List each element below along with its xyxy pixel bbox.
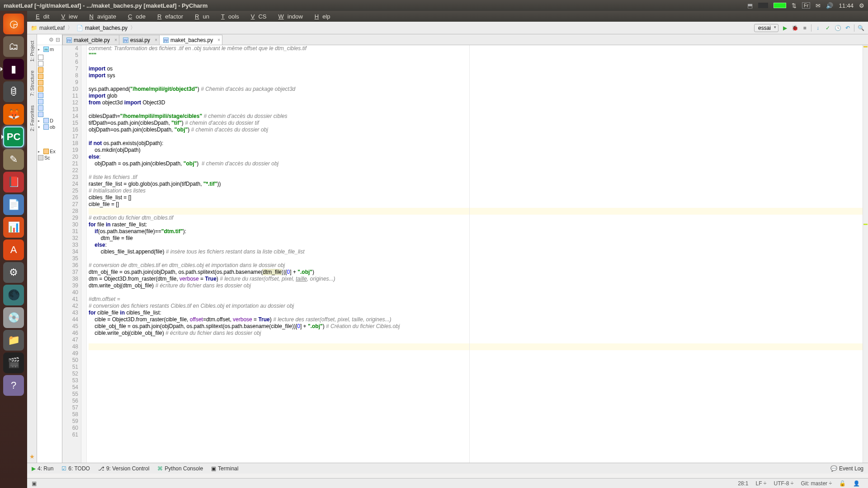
code-line-46[interactable]: cible.write_obj(cible_obj_file) # écritu… xyxy=(89,330,863,337)
code-line-48[interactable] xyxy=(89,343,863,350)
stop-button[interactable]: ■ xyxy=(801,24,808,32)
vcs-tool-button[interactable]: ⎇9: Version Control xyxy=(98,465,149,472)
code-line-8[interactable]: import sys xyxy=(89,72,863,79)
code-line-26[interactable]: cibles_file_list = [] xyxy=(89,194,863,201)
code-line-18[interactable]: if not os.path.exists(objDpath): xyxy=(89,140,863,147)
database-icon[interactable]: 🛢 xyxy=(3,81,24,102)
disk-icon[interactable]: 💿 xyxy=(3,307,24,328)
files-icon[interactable]: 🗂 xyxy=(3,36,24,57)
gear-icon[interactable]: ⚙ xyxy=(859,2,864,9)
menu-tools[interactable]: Tools xyxy=(214,12,243,21)
code-line-31[interactable]: if(os.path.basename(file)=="dtm.tif"): xyxy=(89,228,863,235)
close-icon[interactable]: × xyxy=(217,38,220,42)
writer-icon[interactable]: 📄 xyxy=(3,194,24,215)
dictionary-icon[interactable]: 📕 xyxy=(3,172,24,192)
fold-strip[interactable] xyxy=(81,45,87,463)
menu-navigate[interactable]: Navigate xyxy=(82,12,120,21)
project-tree[interactable]: ▸mm ▸D ▾ob ▸Ex Sc xyxy=(37,45,62,463)
firefox-icon[interactable]: 🦊 xyxy=(3,104,24,125)
favorites-tool-button[interactable]: 2: Favorites xyxy=(29,103,35,134)
collapse-icon[interactable]: ⚙ xyxy=(49,37,54,43)
network-icon[interactable]: ⇅ xyxy=(792,2,797,9)
code-line-22[interactable] xyxy=(89,167,863,174)
keyboard-lang[interactable]: Fr xyxy=(802,2,810,9)
menu-vcs[interactable]: VCS xyxy=(244,12,270,21)
close-icon[interactable]: × xyxy=(114,38,117,42)
code-line-25[interactable]: # Initialisation des listes xyxy=(89,188,863,194)
hide-icon[interactable]: ⊟ xyxy=(56,37,60,43)
code-line-50[interactable] xyxy=(89,357,863,364)
run-button[interactable]: ▶ xyxy=(781,24,788,32)
code-line-5[interactable]: """ xyxy=(89,52,863,59)
code-line-34[interactable]: cibles_file_list.append(file) # insère t… xyxy=(89,249,863,255)
code-line-53[interactable] xyxy=(89,377,863,384)
clock[interactable]: 11:44 xyxy=(839,2,854,9)
line-gutter[interactable]: 4567891011121314151617181920212223242526… xyxy=(62,45,81,463)
menu-refactor[interactable]: Refactor xyxy=(150,12,187,21)
code-line-21[interactable]: objDpath = os.path.join(ciblesDpath, "ob… xyxy=(89,160,863,167)
read-only-toggle[interactable]: 🔓 xyxy=(835,480,849,487)
dropbox-icon[interactable]: ⬒ xyxy=(747,2,753,9)
code-editor[interactable]: comment: Tranformation des fichiers .tif… xyxy=(87,45,863,463)
run-tool-button[interactable]: ▶4: Run xyxy=(32,465,53,472)
code-line-9[interactable] xyxy=(89,79,863,86)
code-line-13[interactable] xyxy=(89,106,863,113)
tool-windows-toggle[interactable]: ▣ xyxy=(32,480,37,487)
code-line-44[interactable]: cible = Object3D.from_raster(cible_file,… xyxy=(89,316,863,323)
code-line-35[interactable] xyxy=(89,255,863,262)
python-console-button[interactable]: ⌘Python Console xyxy=(157,465,203,472)
code-line-60[interactable] xyxy=(89,425,863,432)
code-line-56[interactable] xyxy=(89,398,863,404)
tab-maket_baches-py[interactable]: pymaket_baches.py× xyxy=(159,35,222,45)
code-line-19[interactable]: os.mkdir(objDpath) xyxy=(89,147,863,154)
tab-maket_cible-py[interactable]: pymaket_cible.py× xyxy=(62,35,119,45)
update-project-icon[interactable]: ↓ xyxy=(814,24,821,32)
code-line-4[interactable]: comment: Tranformation des fichiers .tif… xyxy=(89,45,863,52)
code-line-37[interactable]: dtm_obj_file = os.path.join(objDpath, os… xyxy=(89,269,863,276)
run-config-dropdown[interactable]: essai xyxy=(754,24,778,32)
star-icon[interactable]: ★ xyxy=(27,450,38,463)
text-editor-icon[interactable]: ✎ xyxy=(3,149,24,170)
todo-tool-button[interactable]: ☑6: TODO xyxy=(61,465,90,472)
code-line-17[interactable] xyxy=(89,133,863,140)
tab-essai-py[interactable]: pyessai.py× xyxy=(119,35,160,45)
code-line-12[interactable]: from object3d import Object3D xyxy=(89,99,863,106)
debug-button[interactable]: 🐞 xyxy=(791,24,798,32)
code-line-7[interactable]: import os xyxy=(89,66,863,72)
code-line-16[interactable]: objDpath=os.path.join(ciblesDpath, "obj"… xyxy=(89,127,863,133)
code-line-33[interactable]: else: xyxy=(89,242,863,249)
code-line-20[interactable]: else: xyxy=(89,154,863,160)
menu-window[interactable]: Window xyxy=(271,12,307,21)
error-stripe[interactable] xyxy=(863,45,868,463)
code-line-61[interactable] xyxy=(89,432,863,438)
help-icon[interactable]: ? xyxy=(3,375,24,396)
code-line-11[interactable]: import glob xyxy=(89,93,863,99)
code-line-32[interactable]: dtm_file = file xyxy=(89,235,863,242)
code-line-58[interactable] xyxy=(89,411,863,418)
sound-icon[interactable]: 🔊 xyxy=(826,2,833,9)
inspector-icon[interactable]: 👤 xyxy=(849,480,863,487)
code-line-47[interactable] xyxy=(89,337,863,343)
menu-edit[interactable]: Edit xyxy=(28,12,53,21)
line-ending[interactable]: LF ÷ xyxy=(752,480,770,487)
software-center-icon[interactable]: A xyxy=(3,239,24,260)
code-line-39[interactable]: dtm.write_obj(dtm_obj_file) # écriture d… xyxy=(89,282,863,289)
encoding[interactable]: UTF-8 ÷ xyxy=(770,480,797,487)
menu-code[interactable]: Code xyxy=(121,12,149,21)
code-line-49[interactable] xyxy=(89,350,863,357)
terminal-tool-button[interactable]: ▣Terminal xyxy=(211,465,238,472)
menu-run[interactable]: Run xyxy=(188,12,213,21)
code-line-15[interactable]: tifDpath=os.path.join(ciblesDpath, "tif"… xyxy=(89,120,863,127)
search-everywhere-icon[interactable]: 🔍 xyxy=(857,24,864,32)
code-line-30[interactable]: for file in raster_file_list: xyxy=(89,221,863,228)
dash-icon[interactable]: ◶ xyxy=(3,14,24,34)
code-line-42[interactable]: # conversion des fichiers restants Cible… xyxy=(89,303,863,310)
code-line-27[interactable]: cible_file = [] xyxy=(89,201,863,208)
code-line-40[interactable] xyxy=(89,289,863,296)
folder-icon[interactable]: 📁 xyxy=(3,330,24,351)
project-tool-button[interactable]: 1: Project xyxy=(29,38,35,64)
menu-help[interactable]: Help xyxy=(307,12,334,21)
code-line-54[interactable] xyxy=(89,384,863,391)
code-line-24[interactable]: raster_file_list = glob.glob(os.path.joi… xyxy=(89,181,863,188)
code-line-43[interactable]: for cible_file in cibles_file_list: xyxy=(89,310,863,316)
